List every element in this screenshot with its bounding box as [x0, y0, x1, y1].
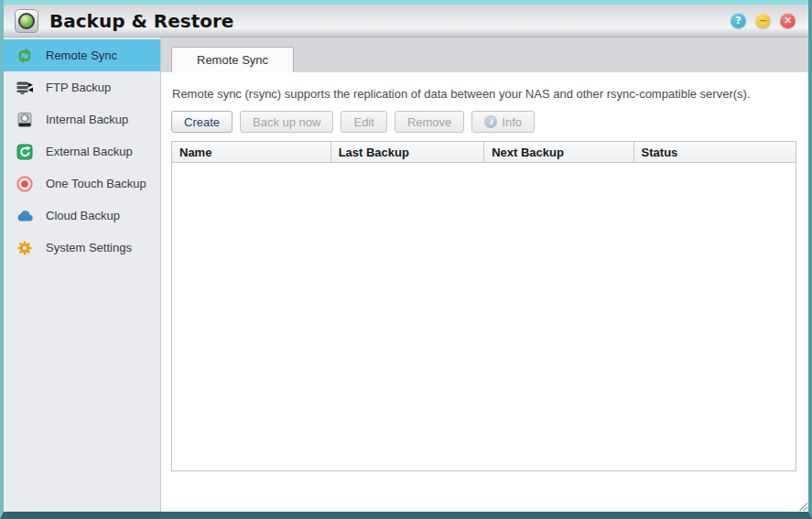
sidebar-item-remote-sync[interactable]: Remote Sync [4, 39, 160, 71]
backup-jobs-table: Name Last Backup Next Backup Status [171, 141, 796, 471]
sidebar-item-label: Remote Sync [46, 49, 117, 62]
sidebar-item-label: One Touch Backup [46, 177, 146, 190]
column-header-status[interactable]: Status [634, 142, 796, 162]
ftp-server-icon [16, 79, 34, 97]
remote-sync-content: Remote sync (rsync) supports the replica… [161, 72, 808, 512]
sidebar-item-external-backup[interactable]: External Backup [4, 135, 160, 168]
column-header-name[interactable]: Name [172, 142, 331, 162]
main-panel: Remote Sync Remote sync (rsync) supports… [161, 38, 808, 512]
window-title: Backup & Restore [49, 10, 233, 32]
sidebar-item-label: FTP Backup [46, 81, 111, 94]
internal-disk-icon [16, 111, 34, 129]
cloud-icon [16, 207, 34, 225]
tab-strip: Remote Sync [161, 38, 808, 72]
sidebar-item-label: Internal Backup [46, 113, 128, 126]
sidebar-item-one-touch-backup[interactable]: One Touch Backup [4, 168, 160, 200]
info-button[interactable]: i Info [471, 111, 535, 133]
window-controls: ? − ✕ [731, 13, 796, 28]
sidebar-item-cloud-backup[interactable]: Cloud Backup [4, 200, 160, 232]
create-button[interactable]: Create [171, 111, 233, 133]
titlebar: Backup & Restore ? − ✕ [4, 5, 808, 38]
resize-grip[interactable] [798, 502, 807, 511]
sidebar-item-internal-backup[interactable]: Internal Backup [4, 103, 160, 135]
backup-restore-window: Backup & Restore ? − ✕ Remote Sync [0, 0, 812, 519]
sidebar-item-ftp-backup[interactable]: FTP Backup [4, 71, 160, 103]
sidebar-item-label: External Backup [46, 145, 133, 158]
close-button[interactable]: ✕ [780, 13, 796, 28]
sidebar-item-label: Cloud Backup [46, 209, 120, 222]
backup-now-button[interactable]: Back up now [240, 111, 333, 133]
gear-icon [16, 239, 34, 257]
one-touch-record-icon [16, 175, 34, 193]
info-icon: i [484, 115, 497, 128]
tab-remote-sync[interactable]: Remote Sync [171, 47, 294, 72]
sidebar-item-label: System Settings [46, 241, 132, 254]
minimize-button[interactable]: − [755, 13, 771, 28]
sidebar: Remote Sync FTP Backup [4, 38, 161, 512]
sync-icon [16, 47, 34, 65]
description-text: Remote sync (rsync) supports the replica… [172, 87, 796, 101]
external-disk-icon [16, 143, 34, 161]
remove-button[interactable]: Remove [395, 111, 464, 133]
help-button[interactable]: ? [731, 13, 746, 28]
edit-button[interactable]: Edit [341, 111, 386, 133]
table-header-row: Name Last Backup Next Backup Status [172, 142, 796, 163]
column-header-last-backup[interactable]: Last Backup [331, 142, 485, 162]
window-body: Remote Sync FTP Backup [4, 38, 808, 512]
sidebar-item-system-settings[interactable]: System Settings [4, 232, 160, 264]
table-body-empty [172, 163, 796, 470]
column-header-next-backup[interactable]: Next Backup [484, 142, 633, 162]
app-logo-icon [15, 9, 38, 33]
info-button-label: Info [502, 115, 522, 129]
toolbar: Create Back up now Edit Remove i Info [171, 111, 796, 133]
